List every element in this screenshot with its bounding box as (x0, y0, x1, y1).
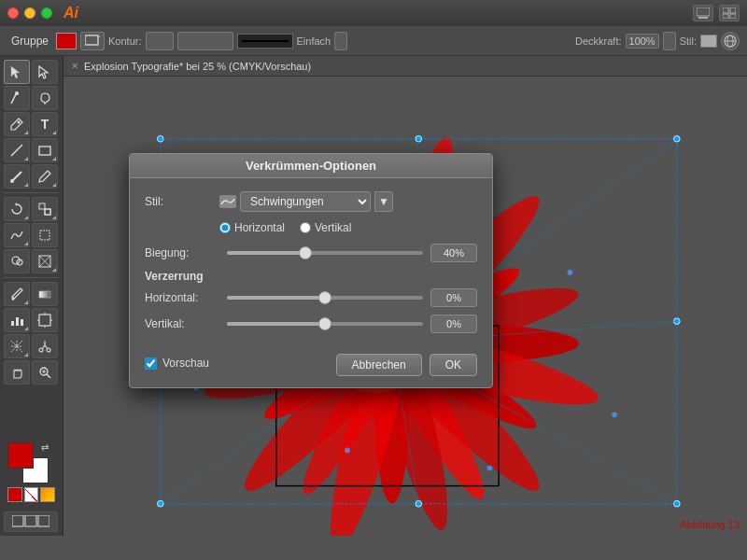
close-button[interactable] (7, 7, 19, 19)
biegung-row: Biegung: 40% (145, 244, 477, 262)
app-logo: Ai (63, 5, 78, 21)
svg-rect-18 (40, 231, 49, 240)
biegung-label: Biegung: (145, 246, 219, 259)
shape-tool[interactable] (32, 138, 58, 162)
tool-divider-1 (4, 192, 59, 193)
horizontal-distort-track[interactable] (227, 296, 423, 300)
stroke-preview (237, 34, 293, 49)
tool-row-8 (4, 249, 59, 273)
horizontal-radio-label[interactable]: Horizontal (219, 221, 285, 234)
biegung-track[interactable] (227, 251, 423, 255)
none-color-btn[interactable] (24, 487, 39, 502)
svg-point-93 (345, 448, 350, 454)
arrange-icon[interactable] (719, 5, 740, 21)
kontur-label: Kontur: (108, 35, 141, 47)
vertikal-distort-track[interactable] (227, 322, 423, 326)
pencil-tool[interactable] (32, 164, 58, 189)
abbrechen-button[interactable]: Abbrechen (336, 354, 422, 376)
magic-wand-tool[interactable] (4, 86, 30, 110)
main-toolbar: Gruppe Kontur: Einfach Deckkraft: 100% S… (0, 26, 747, 56)
stroke-style-select[interactable] (334, 32, 347, 50)
dialog-body: Stil: Schwingungen ▼ (130, 178, 492, 387)
svg-point-11 (15, 91, 19, 95)
stil-select[interactable]: Schwingungen (240, 191, 371, 212)
stil-dropdown-btn[interactable]: ▼ (374, 191, 393, 212)
horizontal-radio[interactable] (219, 222, 231, 233)
slice-tool[interactable] (4, 334, 30, 358)
svg-rect-41 (38, 515, 49, 526)
solid-color-btn[interactable] (7, 487, 22, 502)
gradient-tool[interactable] (32, 282, 58, 306)
minimize-button[interactable] (24, 7, 35, 19)
biegung-thumb[interactable] (299, 246, 312, 259)
fullscreen-button[interactable] (41, 7, 52, 19)
tool-row-10 (4, 308, 59, 332)
pen-tool[interactable] (4, 112, 30, 136)
text-tool[interactable]: T (32, 112, 58, 136)
vertikal-distort-value[interactable]: 0% (430, 315, 477, 333)
stroke-weight-select[interactable] (146, 32, 174, 50)
rotate-tool[interactable] (4, 197, 30, 221)
free-transform-tool[interactable] (32, 223, 58, 247)
tool-row-4 (4, 138, 59, 162)
scissors-tool[interactable] (32, 334, 58, 358)
svg-point-15 (10, 179, 14, 183)
stroke-style-label: Einfach (297, 35, 331, 47)
verkruemmen-dialog[interactable]: Verkrümmen-Optionen Stil: Schwingungen (129, 153, 493, 388)
horizontal-distort-value[interactable]: 0% (430, 288, 477, 307)
stroke-width-select[interactable] (177, 32, 233, 50)
vertikal-radio-label[interactable]: Vertikal (300, 221, 351, 234)
dialog-titlebar: Verkrümmen-Optionen (130, 154, 492, 178)
foreground-color-swatch[interactable] (7, 442, 34, 469)
svg-line-13 (11, 145, 22, 156)
canvas-area[interactable]: ✕ Explosion Typografie* bei 25 % (CMYK/V… (63, 56, 747, 536)
dialog-buttons: Abbrechen OK (336, 354, 477, 376)
biegung-value[interactable]: 40% (430, 244, 477, 262)
stroke-options-btn[interactable] (80, 32, 105, 50)
scale-tool[interactable] (32, 197, 58, 221)
artboard-tool[interactable] (32, 308, 58, 332)
warp-tool[interactable] (4, 223, 30, 247)
change-screen-mode-btn[interactable] (4, 511, 58, 532)
eyedropper-tool[interactable] (4, 282, 30, 306)
vorschau-row: Vorschau (145, 357, 209, 370)
tool-row-12 (4, 360, 59, 385)
tool-row-9 (4, 282, 59, 306)
vorschau-checkbox[interactable] (145, 357, 157, 370)
paintbrush-tool[interactable] (4, 164, 30, 189)
shape-builder-tool[interactable] (4, 249, 30, 273)
opacity-value[interactable]: 100% (626, 34, 659, 49)
vertikal-distort-thumb[interactable] (318, 317, 331, 330)
style-swatch[interactable] (700, 35, 717, 48)
stil-label: Stil: (145, 195, 219, 208)
vertikal-distort-label: Vertikal: (145, 317, 219, 330)
live-paint-tool[interactable] (32, 249, 58, 273)
ok-button[interactable]: OK (430, 354, 477, 376)
tab-close-icon[interactable]: ✕ (71, 61, 78, 71)
svg-line-36 (47, 374, 50, 378)
horizontal-distort-row: Horizontal: 0% (145, 288, 477, 307)
stil-icon (219, 195, 236, 208)
artwork-canvas[interactable]: Abbildung 13 Verkrümmen-Optionen Stil: (63, 77, 747, 536)
lasso-tool[interactable] (32, 86, 58, 110)
horizontal-distort-thumb[interactable] (318, 291, 331, 304)
svg-rect-25 (16, 317, 19, 326)
svg-point-90 (568, 270, 573, 275)
bottom-tools (4, 511, 59, 532)
direct-select-tool[interactable] (32, 60, 58, 84)
hand-tool[interactable] (4, 360, 30, 385)
line-tool[interactable] (4, 138, 30, 162)
svg-point-22 (12, 298, 15, 301)
select-tool[interactable] (4, 60, 30, 84)
svg-rect-6 (85, 35, 98, 45)
swap-colors-icon[interactable]: ⇄ (41, 442, 49, 453)
document-tab[interactable]: ✕ Explosion Typografie* bei 25 % (CMYK/V… (63, 56, 747, 77)
bar-graph-tool[interactable] (4, 308, 30, 332)
doc-browser-icon[interactable] (693, 5, 713, 21)
zoom-tool[interactable] (32, 360, 58, 385)
vertikal-radio[interactable] (300, 222, 311, 233)
workspace-btn[interactable] (721, 32, 740, 50)
mesh-color-btn[interactable] (40, 487, 55, 502)
fill-color[interactable] (56, 33, 77, 49)
opacity-select[interactable] (663, 32, 676, 50)
